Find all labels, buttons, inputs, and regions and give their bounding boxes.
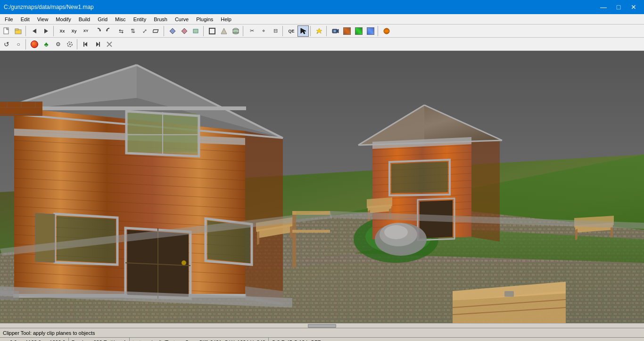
tb-prism[interactable] [218, 25, 230, 37]
tb-clip2[interactable]: ⌖ [258, 25, 269, 37]
menu-brush[interactable]: Brush [150, 14, 171, 24]
svg-marker-16 [301, 28, 306, 34]
sep9 [378, 26, 380, 36]
tb-gear[interactable]: ⚙ [52, 39, 64, 50]
sep1 [25, 26, 27, 36]
tb-tex2[interactable] [353, 25, 364, 37]
svg-rect-2 [15, 29, 18, 30]
sep10 [25, 39, 27, 49]
menu-build[interactable]: Build [75, 14, 94, 24]
status-brushes: Brushes: 233 Entities: 1 [69, 338, 130, 341]
tb-prev2[interactable] [80, 39, 91, 50]
svg-point-24 [69, 43, 71, 45]
menu-modify[interactable]: Modify [52, 14, 74, 24]
sep5 [243, 26, 245, 36]
menu-grid[interactable]: Grid [94, 14, 111, 24]
maximize-button[interactable]: □ [612, 2, 625, 12]
svg-marker-134 [290, 226, 292, 238]
sep11 [77, 39, 79, 49]
tb-tree[interactable]: ♣ [41, 39, 52, 50]
svg-rect-11 [209, 28, 215, 34]
tb-select-region[interactable] [64, 39, 75, 50]
sep6 [282, 26, 284, 36]
menu-view[interactable]: View [33, 14, 52, 24]
tb-wand[interactable] [314, 25, 325, 37]
minimize-button[interactable]: — [597, 2, 610, 12]
menu-file[interactable]: File [1, 14, 17, 24]
tb-next2[interactable] [92, 39, 103, 50]
info-bar: Clipper Tool: apply clip planes to objec… [0, 328, 644, 337]
svg-rect-7 [153, 30, 158, 32]
viewport-3d[interactable] [0, 51, 644, 323]
scene-svg [0, 51, 644, 323]
title-text: C:/gunzmaps/data/maps/New1.map [4, 4, 94, 10]
svg-rect-10 [193, 29, 198, 33]
status-texture: textures/walls/TexturesCom_Cliffs0431_S … [130, 338, 269, 341]
tb-rotate1[interactable] [92, 25, 103, 37]
tb-tex3[interactable] [365, 25, 376, 37]
tb-pointer[interactable] [297, 25, 309, 37]
svg-rect-128 [504, 291, 514, 297]
h-scroll-thumb[interactable] [308, 324, 336, 328]
sep3 [164, 26, 165, 36]
svg-marker-8 [170, 28, 175, 34]
tb-prev[interactable] [29, 25, 40, 37]
tb-camera[interactable] [330, 25, 341, 37]
tb-csg-back[interactable] [167, 25, 178, 37]
tb-clip3[interactable]: ⊟ [270, 25, 281, 37]
tb-open[interactable] [13, 25, 24, 37]
svg-point-131 [384, 225, 408, 239]
svg-point-15 [233, 32, 239, 34]
svg-marker-105 [471, 138, 500, 242]
tb-qe[interactable]: QE [286, 25, 297, 37]
tb-tex1[interactable] [341, 25, 353, 37]
svg-marker-27 [96, 42, 99, 47]
tb-sel-x[interactable]: Xx [57, 25, 68, 37]
svg-marker-119 [367, 197, 392, 208]
tb-entity-color[interactable] [29, 39, 40, 50]
tb-patch[interactable] [381, 25, 392, 37]
sep2 [53, 26, 55, 36]
svg-marker-64 [245, 131, 283, 303]
toolbar-secondary: ↺ ○ ♣ ⚙ [0, 38, 644, 51]
svg-rect-26 [83, 42, 84, 47]
close-button[interactable]: ✕ [627, 2, 640, 12]
svg-marker-12 [221, 28, 227, 34]
tb-sel-xy[interactable]: XY [80, 25, 91, 37]
h-scrollbar[interactable] [0, 323, 644, 328]
tb-next[interactable] [41, 25, 52, 37]
svg-rect-140 [292, 230, 330, 233]
menu-entity[interactable]: Entity [130, 14, 150, 24]
tb-flip-v[interactable]: ⇅ [127, 25, 139, 37]
tb-flip-h[interactable]: ⇆ [116, 25, 127, 37]
tb-shear[interactable] [151, 25, 162, 37]
tb-clip1[interactable]: ✂ [246, 25, 257, 37]
tb-hollow[interactable] [206, 25, 218, 37]
svg-marker-121 [575, 229, 578, 240]
menu-help[interactable]: Help [217, 14, 235, 24]
tb-rotate2[interactable] [104, 25, 115, 37]
tb-scale[interactable]: ⤢ [139, 25, 150, 37]
menu-curve[interactable]: Curve [171, 14, 192, 24]
tb-refresh[interactable]: ↺ [1, 39, 12, 50]
menu-misc[interactable]: Misc [111, 14, 130, 24]
tb-csg-int[interactable] [190, 25, 202, 37]
svg-marker-20 [337, 29, 339, 33]
sep4 [203, 26, 205, 36]
svg-marker-112 [391, 162, 448, 193]
svg-marker-122 [611, 227, 613, 238]
tb-stop[interactable]: ○ [13, 39, 24, 50]
menu-edit[interactable]: Edit [17, 14, 33, 24]
tb-csg-front[interactable] [179, 25, 190, 37]
tb-sel-y[interactable]: Xy [68, 25, 80, 37]
tb-new[interactable] [1, 25, 12, 37]
menubar: File Edit View Modify Build Grid Misc En… [0, 14, 644, 24]
tb-misc-x[interactable] [104, 39, 115, 50]
svg-rect-28 [99, 42, 100, 47]
status-coords: x:: 0.0 y:: 1128.0 z:: 1200.0 [0, 338, 69, 341]
info-text: Clipper Tool: apply clip planes to objec… [3, 330, 95, 336]
status-grid: G:8 R:45 C:13 L:OFF [269, 338, 644, 341]
tb-cylinder[interactable] [230, 25, 241, 37]
menu-plugins[interactable]: Plugins [192, 14, 217, 24]
svg-point-21 [334, 30, 336, 32]
